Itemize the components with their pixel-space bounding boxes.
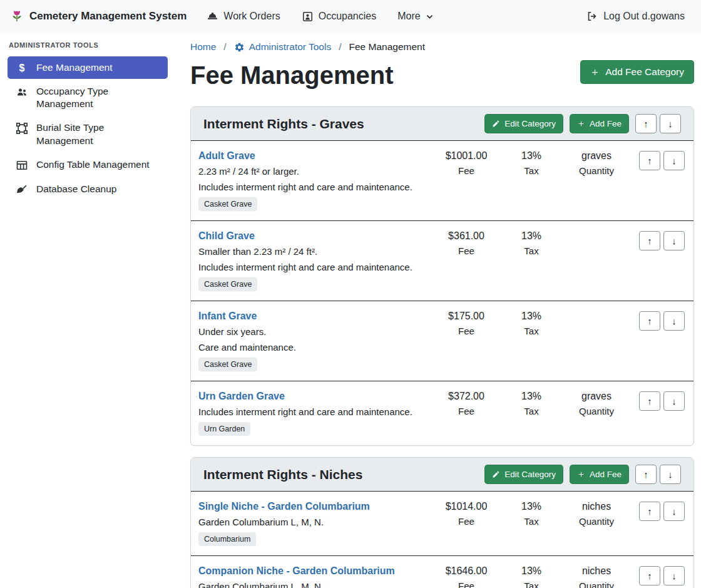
- sidebar-heading: Administrator Tools: [9, 41, 168, 49]
- add-fee-button[interactable]: Add Fee: [570, 465, 629, 484]
- dollar-icon: $: [15, 62, 29, 74]
- vector-square-icon: [15, 122, 29, 135]
- logout-icon: [586, 10, 598, 23]
- sidebar-item-fee-management[interactable]: $ Fee Management: [8, 56, 168, 79]
- nav-occupancies[interactable]: Occupancies: [295, 7, 383, 26]
- fee-name-link[interactable]: Child Grave: [198, 230, 255, 242]
- people-icon: [15, 86, 29, 98]
- move-category-up-button[interactable]: ↑: [635, 114, 657, 133]
- breadcrumb-home-link[interactable]: Home: [190, 41, 216, 53]
- move-fee-down-button[interactable]: ↓: [663, 391, 685, 411]
- nav-work-orders[interactable]: Work Orders: [200, 7, 286, 26]
- fee-name-link[interactable]: Single Niche - Garden Columbarium: [198, 501, 370, 512]
- category-reorder-controls: ↑ ↓: [635, 465, 681, 484]
- fee-quantity: graves: [564, 150, 629, 162]
- move-fee-down-button[interactable]: ↓: [663, 566, 685, 585]
- move-fee-up-button[interactable]: ↑: [639, 151, 660, 170]
- move-category-down-button[interactable]: ↓: [660, 114, 681, 133]
- fee-amount-col: $1014.00 Fee: [434, 501, 499, 527]
- fee-reorder-controls: ↑ ↓: [639, 231, 685, 250]
- fee-row: Single Niche - Garden Columbarium Garden…: [191, 492, 693, 555]
- fee-quantity-label: Quantity: [564, 165, 629, 176]
- hard-hat-icon: [207, 11, 218, 23]
- sidebar-item-config-table-management[interactable]: Config Table Management: [8, 153, 168, 177]
- category-reorder-controls: ↑ ↓: [635, 114, 681, 133]
- add-fee-button[interactable]: Add Fee: [570, 114, 629, 133]
- fee-amount-label: Fee: [434, 326, 499, 336]
- move-fee-up-button[interactable]: ↑: [639, 391, 660, 411]
- breadcrumb-separator: /: [223, 41, 226, 53]
- categories-container: Interment Rights - Graves Edit Category …: [190, 106, 694, 588]
- move-fee-down-button[interactable]: ↓: [663, 502, 685, 521]
- fee-details: Child Grave Smaller than 2.23 m² / 24 ft…: [198, 230, 434, 291]
- add-fee-category-button[interactable]: Add Fee Category: [580, 60, 694, 84]
- fee-name-link[interactable]: Infant Grave: [198, 311, 257, 322]
- edit-category-label: Edit Category: [504, 470, 556, 479]
- sidebar-item-label: Fee Management: [36, 61, 113, 74]
- fee-quantity-col: niches Quantity: [564, 565, 629, 588]
- page-title: Fee Management: [190, 60, 394, 90]
- fee-amount-col: $175.00 Fee: [434, 311, 499, 336]
- category-header: Interment Rights - Graves Edit Category …: [191, 107, 693, 141]
- fee-name-link[interactable]: Companion Niche - Garden Columbarium: [198, 565, 395, 577]
- tulip-logo-icon: [10, 9, 24, 23]
- move-fee-up-button[interactable]: ↑: [639, 311, 660, 331]
- move-fee-down-button[interactable]: ↓: [663, 231, 685, 250]
- move-fee-up-button[interactable]: ↑: [639, 502, 660, 521]
- broom-icon: [15, 183, 29, 196]
- sidebar-item-burial-site-type-management[interactable]: Burial Site Type Management: [8, 116, 168, 152]
- plus-icon: [590, 68, 600, 77]
- brand-title: Cemetery Management System: [29, 10, 187, 23]
- table-icon: [15, 159, 29, 172]
- sidebar-item-occupancy-type-management[interactable]: Occupancy Type Management: [8, 80, 168, 115]
- sidebar-item-database-cleanup[interactable]: Database Cleanup: [8, 178, 168, 201]
- fee-description-line2: Includes interment right and care and ma…: [198, 182, 427, 192]
- fee-row: Infant Grave Under six years. Care and m…: [191, 301, 693, 381]
- top-navbar: Cemetery Management System Work Orders O…: [0, 0, 701, 33]
- fee-reorder-controls: ↑ ↓: [639, 566, 685, 585]
- logout-label: Log Out d.gowans: [603, 11, 685, 22]
- fee-amount: $361.00: [434, 230, 499, 242]
- fee-tax-label: Tax: [499, 580, 564, 588]
- sidebar: Administrator Tools $ Fee Management Occ…: [0, 33, 175, 211]
- sidebar-item-label: Database Cleanup: [36, 183, 116, 195]
- nav-more-label: More: [397, 11, 420, 22]
- fee-tax-col: 13% Tax: [499, 501, 564, 527]
- fee-tax-col: 13% Tax: [499, 230, 564, 256]
- move-fee-up-button[interactable]: ↑: [639, 566, 660, 585]
- add-fee-label: Add Fee: [590, 119, 622, 128]
- fee-amount-col: $1646.00 Fee: [434, 565, 499, 588]
- edit-category-button[interactable]: Edit Category: [484, 465, 563, 484]
- edit-category-button[interactable]: Edit Category: [484, 114, 563, 133]
- fee-tax: 13%: [499, 230, 564, 242]
- brand[interactable]: Cemetery Management System: [10, 9, 187, 23]
- fee-row: Child Grave Smaller than 2.23 m² / 24 ft…: [191, 220, 693, 301]
- move-fee-up-button[interactable]: ↑: [639, 231, 660, 250]
- fee-row: Urn Garden Grave Includes interment righ…: [191, 381, 693, 445]
- fee-type-badge: Urn Garden: [198, 422, 250, 436]
- fee-amount-col: $361.00 Fee: [434, 230, 499, 256]
- fee-description-line1: Includes interment right and care and ma…: [198, 406, 427, 417]
- fee-tax-label: Tax: [499, 165, 564, 176]
- fee-amount: $372.00: [434, 391, 499, 402]
- pencil-icon: [492, 120, 500, 128]
- breadcrumb-admin-tools-link[interactable]: Administrator Tools: [234, 41, 332, 53]
- fee-tax: 13%: [499, 311, 564, 322]
- logout-link[interactable]: Log Out d.gowans: [580, 6, 691, 26]
- fee-tax: 13%: [499, 391, 564, 402]
- category-body: Single Niche - Garden Columbarium Garden…: [191, 492, 693, 588]
- fee-name-link[interactable]: Adult Grave: [198, 150, 255, 162]
- nav-more[interactable]: More: [391, 7, 439, 26]
- fee-details: Single Niche - Garden Columbarium Garden…: [198, 501, 434, 546]
- fee-name-link[interactable]: Urn Garden Grave: [198, 391, 285, 402]
- fee-description-line2: Care and maintenance.: [198, 342, 427, 353]
- move-category-down-button[interactable]: ↓: [660, 465, 681, 484]
- fee-quantity-label: Quantity: [564, 516, 629, 527]
- move-category-up-button[interactable]: ↑: [635, 465, 657, 484]
- occupancy-frame-icon: [302, 11, 314, 23]
- move-fee-down-button[interactable]: ↓: [663, 311, 685, 331]
- move-fee-down-button[interactable]: ↓: [663, 151, 685, 170]
- fee-description-line1: 2.23 m² / 24 ft² or larger.: [198, 166, 427, 177]
- fee-description-line1: Garden Columbarium L, M, N.: [198, 517, 427, 527]
- fee-type-badge: Casket Grave: [198, 197, 257, 211]
